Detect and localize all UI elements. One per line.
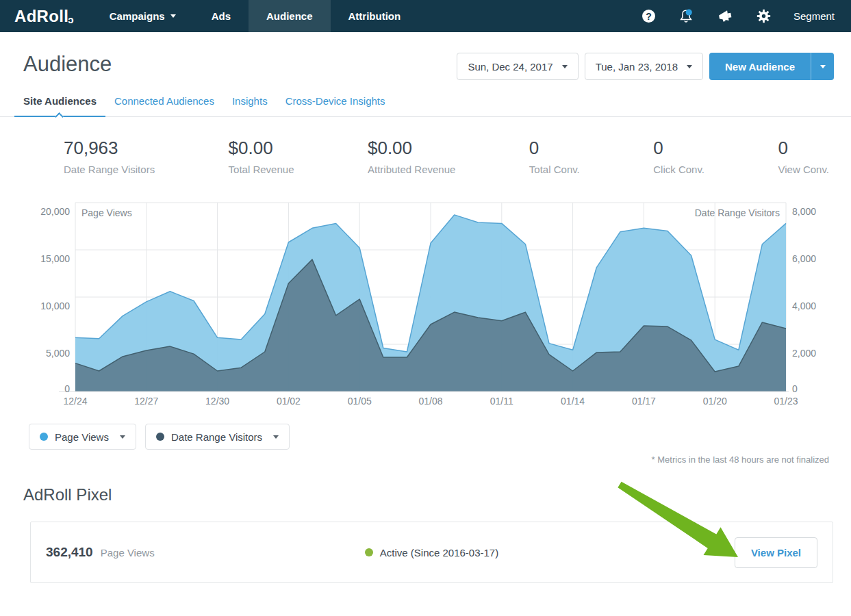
adroll-pixel-heading: AdRoll Pixel: [23, 485, 851, 504]
nav-item-attribution[interactable]: Attribution: [331, 0, 419, 32]
stat-total-revenue: $0.00 Total Revenue: [229, 138, 294, 175]
tab-cross-device-insights[interactable]: Cross-Device Insights: [277, 95, 394, 116]
date-range-visitors-series-dot: [156, 433, 164, 441]
nav-item-campaigns-label: Campaigns: [110, 10, 165, 22]
stat-label: Click Conv.: [653, 164, 704, 175]
svg-text:12/24: 12/24: [63, 396, 87, 407]
adroll-pixel-card: 362,410 Page Views Active (Since 2016-03…: [30, 522, 833, 583]
stats-row: 70,963 Date Range Visitors $0.00 Total R…: [0, 117, 851, 175]
legend-page-views-dropdown[interactable]: Page Views: [29, 424, 136, 450]
traffic-chart-svg: 05,00010,00015,00020,00002,0004,0006,000…: [0, 201, 851, 407]
primary-nav: Campaigns Ads Audience Attribution: [92, 0, 418, 32]
page-title: Audience: [23, 53, 112, 76]
chevron-down-icon: [170, 14, 176, 18]
view-pixel-button[interactable]: View Pixel: [735, 537, 817, 568]
stat-label: Total Conv.: [529, 164, 580, 175]
svg-text:01/20: 01/20: [703, 396, 727, 407]
adroll-logo-text: AdRoll: [14, 7, 68, 26]
tab-connected-audiences[interactable]: Connected Audiences: [105, 95, 223, 116]
audience-tabs: Site Audiences Connected Audiences Insig…: [0, 95, 851, 117]
chevron-down-icon: [273, 435, 279, 439]
tab-insights[interactable]: Insights: [223, 95, 277, 116]
bell-icon[interactable]: [678, 8, 694, 25]
nav-item-campaigns[interactable]: Campaigns: [92, 0, 194, 32]
svg-text:5,000: 5,000: [46, 348, 70, 359]
date-end-picker[interactable]: Tue, Jan 23, 2018: [585, 53, 703, 80]
svg-text:12/27: 12/27: [134, 396, 158, 407]
adroll-logo-curl: ɔ: [68, 14, 74, 25]
svg-text:01/11: 01/11: [490, 396, 513, 407]
stat-label: View Conv.: [778, 164, 828, 175]
segment-menu[interactable]: Segment: [793, 10, 835, 22]
help-icon[interactable]: ?: [642, 10, 655, 23]
chevron-down-icon: [687, 65, 692, 68]
date-start-value: Sun, Dec 24, 2017: [468, 61, 552, 73]
svg-text:2,000: 2,000: [792, 348, 816, 359]
nav-item-ads-label: Ads: [212, 10, 231, 22]
navbar-right-group: ?: [642, 0, 851, 32]
megaphone-icon[interactable]: [717, 9, 734, 24]
stat-view-conv: 0 View Conv.: [778, 138, 828, 175]
stat-label: Attributed Revenue: [368, 164, 455, 175]
svg-text:0: 0: [64, 383, 70, 394]
stat-label: Total Revenue: [229, 164, 294, 175]
svg-text:12/30: 12/30: [205, 396, 229, 407]
new-audience-dropdown-toggle[interactable]: [811, 53, 834, 80]
page-views-series-dot: [40, 433, 48, 441]
svg-text:01/23: 01/23: [774, 396, 798, 407]
legend-page-views-label: Page Views: [55, 431, 109, 443]
svg-text:20,000: 20,000: [40, 206, 70, 217]
stat-value: 0: [653, 138, 704, 159]
stat-value: $0.00: [229, 138, 294, 159]
pixel-page-views-label: Page Views: [101, 547, 155, 559]
stat-value: $0.00: [368, 138, 455, 159]
pixel-status-group: Active (Since 2016-03-17): [365, 547, 498, 559]
top-navbar: AdRollɔ Campaigns Ads Audience Attributi…: [0, 0, 851, 32]
svg-text:01/05: 01/05: [348, 396, 372, 407]
tab-site-audiences[interactable]: Site Audiences: [14, 95, 105, 116]
legend-date-range-visitors-dropdown[interactable]: Date Range Visitors: [145, 424, 290, 450]
nav-item-attribution-label: Attribution: [348, 10, 401, 22]
pixel-page-views-value: 362,410: [46, 545, 93, 560]
date-start-picker[interactable]: Sun, Dec 24, 2017: [457, 53, 578, 80]
stat-total-conv: 0 Total Conv.: [529, 138, 580, 175]
left-axis-title: Page Views: [81, 207, 132, 218]
svg-text:01/02: 01/02: [277, 396, 301, 407]
svg-text:10,000: 10,000: [40, 300, 70, 311]
metrics-footnote: * Metrics in the last 48 hours are not f…: [0, 450, 851, 465]
stat-attributed-revenue: $0.00 Attributed Revenue: [368, 138, 455, 175]
date-end-value: Tue, Jan 23, 2018: [596, 61, 678, 73]
chart-legend: Page Views Date Range Visitors: [0, 407, 851, 450]
nav-item-audience-label: Audience: [266, 10, 313, 22]
header-controls: Sun, Dec 24, 2017 Tue, Jan 23, 2018 New …: [457, 53, 834, 80]
gear-icon[interactable]: [757, 9, 771, 23]
right-axis-title: Date Range Visitors: [695, 207, 780, 218]
notification-dot: [686, 9, 692, 15]
active-status-dot: [365, 548, 373, 556]
legend-date-range-visitors-label: Date Range Visitors: [171, 431, 262, 443]
pixel-status-text: Active (Since 2016-03-17): [380, 547, 498, 559]
stat-click-conv: 0 Click Conv.: [653, 138, 704, 175]
svg-text:0: 0: [792, 383, 798, 394]
new-audience-split-button: New Audience: [709, 53, 834, 80]
page-header: Audience Sun, Dec 24, 2017 Tue, Jan 23, …: [0, 32, 851, 80]
svg-text:01/17: 01/17: [632, 396, 656, 407]
svg-text:4,000: 4,000: [792, 300, 816, 311]
traffic-chart: 05,00010,00015,00020,00002,0004,0006,000…: [0, 201, 851, 407]
svg-text:6,000: 6,000: [792, 253, 816, 264]
svg-text:15,000: 15,000: [40, 253, 70, 264]
stat-value: 0: [529, 138, 580, 159]
svg-text:01/08: 01/08: [418, 396, 442, 407]
stat-date-range-visitors: 70,963 Date Range Visitors: [64, 138, 155, 175]
new-audience-button[interactable]: New Audience: [709, 53, 811, 80]
pixel-actions: View Pixel: [498, 537, 817, 568]
nav-item-audience[interactable]: Audience: [249, 0, 331, 32]
adroll-logo[interactable]: AdRollɔ: [0, 0, 92, 32]
stat-value: 0: [778, 138, 828, 159]
nav-item-ads[interactable]: Ads: [194, 0, 249, 32]
chevron-down-icon: [562, 65, 568, 68]
stat-value: 70,963: [64, 138, 155, 159]
stat-label: Date Range Visitors: [64, 164, 155, 175]
svg-text:01/14: 01/14: [561, 396, 585, 407]
svg-text:8,000: 8,000: [792, 206, 816, 217]
